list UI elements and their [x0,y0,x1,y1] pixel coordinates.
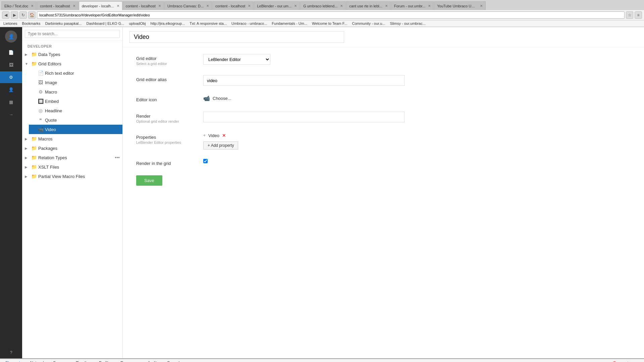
devtools-tab-network[interactable]: Network [26,359,49,362]
document-icon: 📄 [8,50,14,55]
sidebar-item-document[interactable]: 📄 [0,47,22,58]
bookmark-item[interactable]: Community - our.u... [351,21,386,26]
bookmark-item[interactable]: Umbraco - umbraco... [230,21,268,26]
alias-input[interactable] [203,75,405,86]
search-input[interactable] [25,30,120,38]
tree-item-relation-types[interactable]: ▶📁Relation Types••• [22,153,122,162]
folder-icon: 📁 [31,51,37,57]
bookmark-item[interactable]: Fundamentals - Um... [270,21,309,26]
devtools-tab-audits[interactable]: Audits [144,359,163,362]
back-button[interactable]: ◀ [2,11,9,19]
render-group: Render Optional grid editor render [136,112,631,123]
sidebar-item-users[interactable]: 👤 [0,84,22,96]
property-remove-button[interactable]: ✕ [222,133,226,138]
sidebar-item-grid[interactable]: ▦ [0,96,22,108]
icon-label: Editor icon [136,97,203,102]
tree-item-image[interactable]: 🖼Image [29,78,122,87]
tree-dots-icon[interactable]: ••• [115,155,120,160]
browser-tab[interactable]: content - localhost✕ [37,1,78,10]
browser-tab[interactable]: developer - localh...✕ [79,1,122,10]
settings-icon[interactable]: ⚙ [626,361,630,362]
child-icon: 🔲 [38,98,44,104]
tree-arrow: ▶ [25,175,30,178]
tree-item-packages[interactable]: ▶📁Packages [22,143,122,153]
tree-item-quote[interactable]: ❝Quote [29,115,122,125]
browser-tab[interactable]: G umbraco leblend...✕ [300,1,346,10]
folder-icon: 📁 [31,136,37,142]
browser-tab[interactable]: Umbraco Canvas: D...✕ [164,1,212,10]
bookmark-item[interactable]: Welcome to Team F... [311,21,348,26]
devtools-tab-elements[interactable]: Elements [1,359,26,362]
tree-item-macro[interactable]: ⚙Macro [29,87,122,97]
tree-item-grid-editors[interactable]: ▼📁Grid Editors [22,59,122,68]
page-title-input[interactable] [129,31,344,43]
bookmark-item[interactable]: http://jira.elkogroup... [149,21,186,26]
main-content: Grid editor Select a grid editor - custo… [123,27,644,358]
render-sublabel: Optional grid editor render [136,119,203,123]
bookmark-item[interactable]: Txt: A responsive sta... [188,21,228,26]
grid-icon: ▦ [9,100,13,105]
child-icon: ◎ [38,108,44,114]
tree-item-embed[interactable]: 🔲Embed [29,97,122,106]
tree-item-video[interactable]: 📹Video [29,125,122,134]
browser-tab[interactable]: LeBlender - our.um...✕ [254,1,300,10]
child-icon: 📹 [38,126,44,132]
add-property-button[interactable]: + Add property [203,141,238,149]
devtools-tab-console[interactable]: Console [163,359,186,362]
browser-tab[interactable]: Forum - our.umbr...✕ [391,1,434,10]
tree-item-data-types[interactable]: ▶📁Data Types [22,50,122,59]
bookmark-item[interactable]: Darbinieku pasapkal... [44,21,83,26]
icon-row: 📹 Choose... [203,95,631,102]
menu-button[interactable]: ≡ [635,11,642,19]
folder-icon: 📁 [31,61,37,67]
tree-item-rich-text-editor[interactable]: 📄Rich text editor [29,68,122,78]
choose-icon-button[interactable]: Choose... [213,96,231,101]
refresh-button[interactable]: ↻ [19,11,27,19]
bookmark-item[interactable]: Lietones [2,21,19,26]
terminal-icon[interactable]: ▶ [621,361,625,362]
address-input[interactable] [37,11,625,19]
sidebar-item-settings[interactable]: ⚙ [0,71,22,83]
folder-icon: 📁 [31,155,37,161]
alias-group: Grid editor alias [136,75,631,86]
home-button[interactable]: 🏠 [28,11,36,19]
devtools-tabs: ElementsNetworkSourcesTimelineProfilesRe… [0,359,644,362]
layout-icon[interactable]: ⊞ [631,361,635,362]
browser-tab[interactable]: content - localhost✕ [212,1,254,10]
sidebar-item-arrow[interactable]: → [0,109,22,120]
bookmark-item[interactable]: Bookmarks [21,21,42,26]
bookmark-item[interactable]: uploadObj [127,21,147,26]
tree-item-partial-view-macro-files[interactable]: ▶📁Partial View Macro Files [22,172,122,181]
tree-item-macros[interactable]: ▶📁Macros [22,134,122,143]
devtools-tab-sources[interactable]: Sources [49,359,72,362]
search-box [22,27,122,41]
tree-item-xslt-files[interactable]: ▶📁XSLT Files [22,162,122,172]
close-devtools-icon[interactable]: ✕ [636,361,640,362]
browser-tab[interactable]: Elko / Text.doc✕ [1,1,37,10]
star-button[interactable]: ☆ [626,11,633,19]
tree-arrow: ▶ [25,146,30,150]
icon-preview: 📹 [203,95,210,102]
tree-item-headline[interactable]: ◎Headline [29,106,122,115]
tree-label: Grid Editors [38,61,120,66]
devtools-tab-timeline[interactable]: Timeline [72,359,95,362]
save-button[interactable]: Save [136,175,162,186]
browser-tab[interactable]: YouTube Umbraco UK Fe...✕ [434,1,486,10]
arrow-icon: → [9,112,13,117]
user-icon: 👤 [8,87,14,92]
bookmark-item[interactable]: Dashboard | ELKO G... [85,21,125,26]
grid-editor-select[interactable]: - custom -Rich text editorImageMacroEmbe… [203,54,270,65]
sidebar-item-help[interactable]: ? [0,347,22,358]
bookmark-item[interactable]: Slimsy - our.umbrac... [389,21,427,26]
alias-label: Grid editor alias [136,77,203,82]
sidebar-item-media[interactable]: 🖼 [0,59,22,71]
devtools-tab-profiles[interactable]: Profiles [95,359,116,362]
devtools-tab-resources[interactable]: Resources [116,359,144,362]
render-input[interactable] [203,112,405,122]
avatar[interactable]: 👤 [5,31,17,43]
browser-tab[interactable]: content - localhost✕ [123,1,164,10]
tree-label: Quote [45,118,120,123]
forward-button[interactable]: ▶ [11,11,18,19]
render-in-grid-checkbox[interactable] [203,159,208,163]
browser-tab[interactable]: cant use rte in lebl...✕ [346,1,390,10]
